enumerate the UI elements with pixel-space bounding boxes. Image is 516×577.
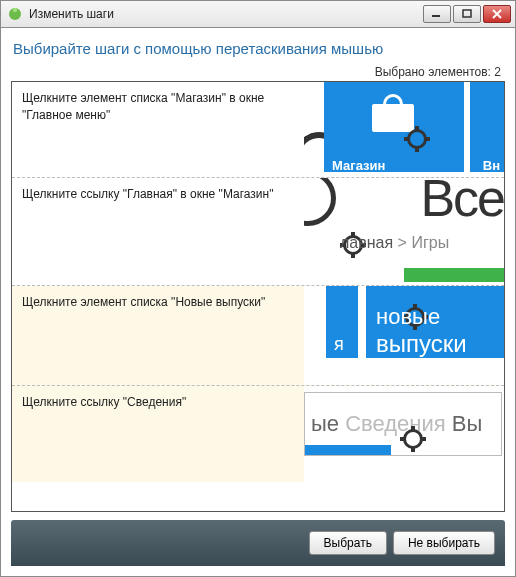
tile-caption-partial: Вн (483, 158, 500, 173)
step-description: Щелкните элемент списка "Магазин" в окне… (12, 82, 304, 177)
link-text: ые Сведения Вы (311, 411, 482, 437)
step-row[interactable]: Щелкните элемент списка "Новые выпуски" … (12, 286, 504, 386)
text-mid: Сведения (345, 411, 446, 436)
tile-label-line1: новые (376, 304, 440, 330)
step-thumbnail: я новые выпуски (304, 286, 504, 385)
step-row[interactable]: Щелкните элемент списка "Магазин" в окне… (12, 82, 504, 178)
counter-label: Выбрано элементов: (375, 65, 491, 79)
step-description: Щелкните элемент списка "Новые выпуски" (12, 286, 304, 385)
dialog-footer: Выбрать Не выбирать (11, 520, 505, 566)
counter-value: 2 (494, 65, 501, 79)
label-fragment: я (334, 334, 344, 355)
target-icon (404, 126, 430, 152)
svg-point-1 (13, 8, 17, 12)
instruction-text: Выбирайте шаги с помощью перетаскивания … (13, 40, 505, 57)
heading-fragment: Все (420, 178, 504, 228)
step-thumbnail: Магазин Вн (304, 82, 504, 177)
tile-caption: Магазин (332, 158, 385, 173)
tile-label-line2: выпуски (376, 330, 467, 358)
text-right: Вы (452, 411, 483, 436)
text-left: ые (311, 411, 339, 436)
progress-bar (404, 268, 504, 282)
crumb-main: лавная (340, 234, 393, 251)
step-row[interactable]: Щелкните ссылку "Сведения" ые Сведения В… (12, 386, 504, 482)
crumb-next: Игры (411, 234, 449, 251)
breadcrumb: лавная > Игры (340, 234, 449, 252)
maximize-button[interactable] (453, 5, 481, 23)
step-description: Щелкните ссылку "Главная" в окне "Магази… (12, 178, 304, 285)
step-description: Щелкните ссылку "Сведения" (12, 386, 304, 482)
deselect-button[interactable]: Не выбирать (393, 531, 495, 555)
selection-counter: Выбрано элементов: 2 (11, 65, 505, 79)
select-button[interactable]: Выбрать (309, 531, 387, 555)
dialog-body: Выбирайте шаги с помощью перетаскивания … (0, 28, 516, 577)
target-icon (400, 426, 426, 452)
svg-rect-3 (463, 10, 471, 17)
svg-rect-2 (432, 15, 440, 17)
titlebar: Изменить шаги (0, 0, 516, 28)
close-button[interactable] (483, 5, 511, 23)
steps-list[interactable]: Щелкните элемент списка "Магазин" в окне… (11, 81, 505, 512)
app-icon (7, 6, 23, 22)
step-thumbnail: Все лавная > Игры (304, 178, 504, 285)
arc-decor (304, 178, 336, 226)
minimize-button[interactable] (423, 5, 451, 23)
window-controls (423, 5, 511, 23)
blue-bar (305, 445, 391, 455)
step-thumbnail: ые Сведения Вы (304, 386, 504, 482)
window-title: Изменить шаги (29, 7, 423, 21)
step-row[interactable]: Щелкните ссылку "Главная" в окне "Магази… (12, 178, 504, 286)
crumb-sep: > (398, 234, 407, 251)
